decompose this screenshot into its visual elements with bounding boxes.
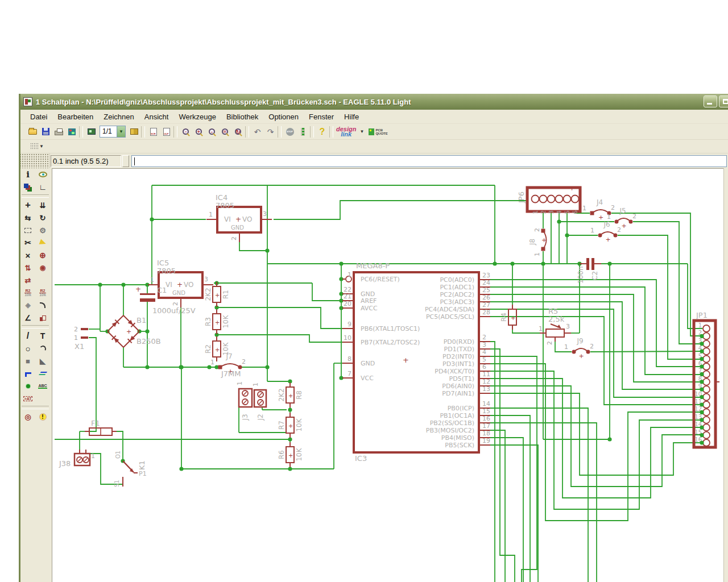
tool-copy[interactable]: ⇊: [35, 199, 50, 211]
chevron-down-icon[interactable]: ▼: [117, 126, 125, 137]
junction-dot[interactable]: [265, 248, 269, 252]
junction-dot[interactable]: [557, 219, 561, 223]
wire[interactable]: [86, 338, 96, 431]
menu-item-bearbeiten[interactable]: Bearbeiten: [52, 111, 98, 123]
wire[interactable]: [490, 342, 495, 582]
junction-dot[interactable]: [98, 282, 102, 286]
menu-item-ansicht[interactable]: Ansicht: [139, 111, 174, 123]
tool-value[interactable]: R210k: [35, 286, 50, 299]
connector-x1[interactable]: [81, 328, 88, 330]
zoom-out-button[interactable]: -: [205, 126, 218, 138]
potentiometer-r5[interactable]: [546, 329, 564, 337]
header-pin[interactable]: [703, 348, 710, 355]
zoom-in-button[interactable]: +: [192, 126, 205, 138]
wire[interactable]: [274, 201, 528, 219]
jumper-pin[interactable]: [541, 229, 545, 233]
zoom-select-button[interactable]: =: [218, 126, 231, 138]
tool-add[interactable]: ⊕: [35, 249, 50, 261]
junction-dot[interactable]: [541, 261, 545, 265]
sheet-selector[interactable]: 1/1▼: [100, 126, 126, 138]
header-pin[interactable]: [703, 417, 710, 423]
stop-button[interactable]: STOP: [283, 126, 296, 138]
terminal-block[interactable]: [254, 390, 266, 407]
tool-show[interactable]: [35, 168, 50, 181]
header-pin[interactable]: [703, 340, 710, 347]
menu-item-hilfe[interactable]: Hilfe: [339, 111, 364, 123]
wire[interactable]: [611, 213, 702, 336]
junction-dot[interactable]: [700, 440, 704, 444]
menu-item-datei[interactable]: Datei: [25, 111, 52, 123]
wire[interactable]: [512, 325, 540, 333]
tool-paste[interactable]: [35, 236, 50, 249]
header-pin[interactable]: [703, 409, 710, 415]
header-pin[interactable]: [703, 424, 710, 431]
jumper-J6[interactable]: [600, 232, 615, 235]
tool-text[interactable]: T: [35, 330, 50, 342]
tool-cut[interactable]: ✂: [20, 236, 35, 249]
header-pin[interactable]: [703, 401, 710, 408]
tool-delete[interactable]: ×: [20, 249, 35, 261]
tool-erc[interactable]: ◎: [20, 410, 35, 423]
header-pin[interactable]: [703, 325, 710, 332]
open-button[interactable]: [26, 126, 39, 138]
tool-rect[interactable]: ■: [20, 355, 35, 367]
tool-info[interactable]: i: [20, 168, 35, 181]
ulp-button[interactable]: ULP: [160, 126, 173, 138]
zoom-redraw-button[interactable]: ↻: [231, 126, 245, 138]
wire[interactable]: [590, 351, 702, 352]
header-pin[interactable]: [703, 439, 710, 446]
wire[interactable]: [490, 287, 702, 375]
jumper-pin[interactable]: [541, 247, 545, 251]
jumper-J9[interactable]: [574, 348, 588, 352]
wire[interactable]: [490, 423, 597, 582]
header-pin[interactable]: [703, 371, 710, 377]
chevron-down-icon[interactable]: ▼: [39, 144, 44, 149]
jumper-pin[interactable]: [238, 365, 242, 369]
jumper-pin[interactable]: [598, 234, 602, 238]
junction-dot[interactable]: [145, 329, 149, 333]
tool-bus[interactable]: [20, 367, 35, 380]
wire[interactable]: [239, 242, 267, 251]
header-pin[interactable]: [703, 432, 710, 439]
jumper-pin[interactable]: [586, 350, 590, 354]
print-button[interactable]: [52, 126, 65, 138]
menu-item-fenster[interactable]: Fenster: [304, 111, 339, 123]
header-pin[interactable]: [703, 379, 710, 385]
tool-net[interactable]: [35, 367, 50, 380]
wire[interactable]: [490, 349, 515, 582]
jumper-pin[interactable]: [629, 220, 633, 224]
header-pin[interactable]: [703, 394, 710, 401]
wire[interactable]: [490, 294, 702, 382]
wire[interactable]: [490, 317, 702, 405]
tool-circle[interactable]: ○: [20, 342, 35, 355]
redo-button[interactable]: ↷: [264, 126, 277, 138]
jumper-pin[interactable]: [614, 234, 618, 238]
wire[interactable]: [490, 280, 702, 367]
tool-arc[interactable]: [35, 342, 50, 355]
jumper-pin[interactable]: [572, 350, 576, 354]
wire[interactable]: [217, 335, 342, 342]
connector-x1[interactable]: [81, 336, 88, 339]
header-pin[interactable]: [572, 196, 579, 203]
library-button[interactable]: [127, 126, 140, 138]
capacitor-c2[interactable]: [592, 258, 594, 270]
tool-split[interactable]: ∠: [20, 311, 35, 324]
tool-wire[interactable]: /: [20, 330, 35, 342]
tool-invoke[interactable]: [35, 311, 50, 324]
grid-button[interactable]: [27, 140, 40, 153]
tool-display[interactable]: [20, 181, 35, 193]
menu-item-werkzeuge[interactable]: Werkzeuge: [173, 111, 221, 123]
palette-drag-handle[interactable]: [20, 153, 50, 168]
tool-attribute[interactable]: >AT: [20, 392, 35, 405]
tool-miter[interactable]: [35, 299, 50, 311]
title-bar[interactable]: 1 Schaltplan - N:\Prüffeld\gniz\Abschlus…: [20, 94, 728, 110]
wire[interactable]: [490, 309, 702, 397]
tool-rotate[interactable]: ↻: [35, 211, 50, 224]
designlink-button[interactable]: designlink: [336, 127, 356, 137]
tool-replace[interactable]: ◉: [35, 261, 50, 274]
tool-name[interactable]: R210k: [20, 286, 35, 299]
junction-dot[interactable]: [288, 408, 292, 411]
menu-item-zeichnen[interactable]: Zeichnen: [98, 111, 139, 123]
command-bar-handle[interactable]: [122, 155, 129, 167]
jumper-pin[interactable]: [218, 365, 222, 369]
